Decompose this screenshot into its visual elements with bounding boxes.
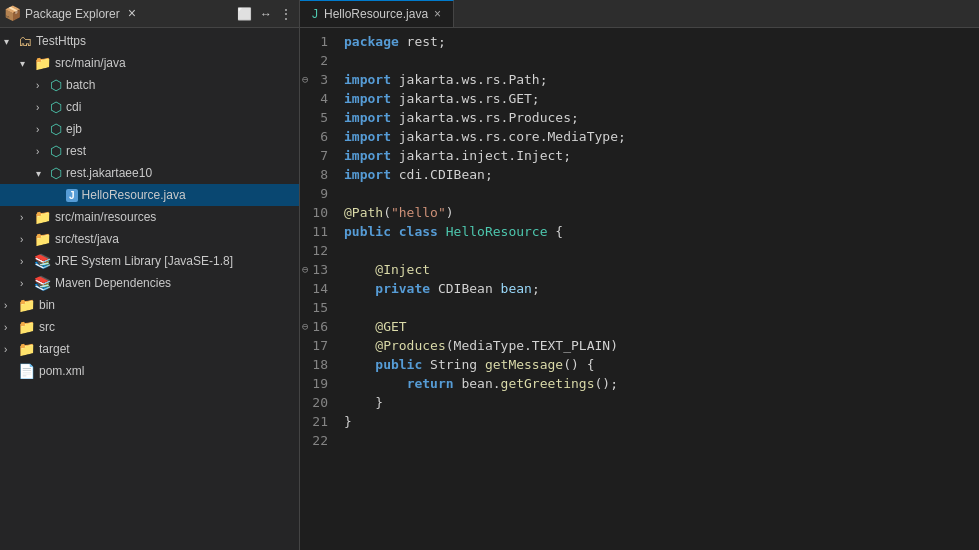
- java-icon: J: [66, 189, 78, 202]
- collapse-all-button[interactable]: ⬜: [234, 5, 255, 23]
- tree-item-src-test-java[interactable]: ›📁src/test/java: [0, 228, 299, 250]
- tree-arrow[interactable]: ▾: [36, 168, 50, 179]
- tab-label: HelloResource.java: [324, 7, 428, 21]
- tree-item-src-main-resources[interactable]: ›📁src/main/resources: [0, 206, 299, 228]
- tree-arrow[interactable]: ›: [36, 146, 50, 157]
- tree-arrow[interactable]: ›: [20, 278, 34, 289]
- tree-arrow[interactable]: ›: [4, 344, 18, 355]
- tab-close-button[interactable]: ×: [434, 7, 441, 21]
- tree-item-rest-jakartaee10[interactable]: ▾⬡rest.jakartaee10: [0, 162, 299, 184]
- line-number-11: 11: [300, 222, 336, 241]
- tree-arrow[interactable]: ›: [20, 212, 34, 223]
- code-line-17: @Produces(MediaType.TEXT_PLAIN): [344, 336, 979, 355]
- line-number-12: 12: [300, 241, 336, 260]
- tree-item-label: src: [39, 320, 55, 334]
- tree-item-testhttps[interactable]: ▾🗂TestHttps: [0, 30, 299, 52]
- code-line-10: @Path("hello"): [344, 203, 979, 222]
- editor-tab-helloresource[interactable]: J HelloResource.java ×: [300, 0, 454, 27]
- tree-item-jre[interactable]: ›📚JRE System Library [JavaSE-1.8]: [0, 250, 299, 272]
- line-number-16: ⊖16: [300, 317, 336, 336]
- folder-icon: 📁: [18, 319, 35, 335]
- tree-item-label: TestHttps: [36, 34, 86, 48]
- line-number-18: 18: [300, 355, 336, 374]
- code-line-3: import jakarta.ws.rs.Path;: [344, 70, 979, 89]
- tree-item-pomxml[interactable]: 📄pom.xml: [0, 360, 299, 382]
- code-line-11: public class HelloResource {: [344, 222, 979, 241]
- panel-title-area: 📦 Package Explorer ×: [4, 4, 140, 24]
- tree-arrow[interactable]: ›: [4, 300, 18, 311]
- tree-item-batch[interactable]: ›⬡batch: [0, 74, 299, 96]
- code-line-4: import jakarta.ws.rs.GET;: [344, 89, 979, 108]
- code-line-5: import jakarta.ws.rs.Produces;: [344, 108, 979, 127]
- collapse-icon[interactable]: ⊖: [302, 73, 309, 86]
- tree-arrow[interactable]: ▾: [4, 36, 18, 47]
- panel-close-button[interactable]: ×: [124, 4, 140, 24]
- collapse-icon[interactable]: ⊖: [302, 320, 309, 333]
- tree-arrow[interactable]: ›: [36, 124, 50, 135]
- link-editor-button[interactable]: ↔: [257, 5, 275, 23]
- tree-item-rest[interactable]: ›⬡rest: [0, 140, 299, 162]
- java-file-icon: J: [312, 7, 318, 21]
- tree-item-src-main-java[interactable]: ▾📁src/main/java: [0, 52, 299, 74]
- package-icon: ⬡: [50, 77, 62, 93]
- tree-item-src[interactable]: ›📁src: [0, 316, 299, 338]
- code-line-6: import jakarta.ws.rs.core.MediaType;: [344, 127, 979, 146]
- tree-item-HelloResource[interactable]: JHelloResource.java: [0, 184, 299, 206]
- tree-arrow[interactable]: ▾: [20, 58, 34, 69]
- code-line-16: @GET: [344, 317, 979, 336]
- tree-view[interactable]: ▾🗂TestHttps▾📁src/main/java›⬡batch›⬡cdi›⬡…: [0, 28, 299, 550]
- code-line-9: [344, 184, 979, 203]
- line-number-4: 4: [300, 89, 336, 108]
- tree-arrow[interactable]: ›: [20, 256, 34, 267]
- line-number-1: 1: [300, 32, 336, 51]
- tree-item-ejb[interactable]: ›⬡ejb: [0, 118, 299, 140]
- view-menu-button[interactable]: ⋮: [277, 5, 295, 23]
- code-line-21: }: [344, 412, 979, 431]
- code-line-1: package rest;: [344, 32, 979, 51]
- line-number-2: 2: [300, 51, 336, 70]
- line-number-9: 9: [300, 184, 336, 203]
- tree-arrow[interactable]: ›: [4, 322, 18, 333]
- tree-item-label: pom.xml: [39, 364, 84, 378]
- left-panel: 📦 Package Explorer × ⬜ ↔ ⋮ ▾🗂TestHttps▾📁…: [0, 0, 300, 550]
- tree-arrow[interactable]: ›: [20, 234, 34, 245]
- line-number-14: 14: [300, 279, 336, 298]
- package-icon: ⬡: [50, 99, 62, 115]
- line-number-15: 15: [300, 298, 336, 317]
- line-number-5: 5: [300, 108, 336, 127]
- tree-item-target[interactable]: ›📁target: [0, 338, 299, 360]
- tree-item-label: src/main/resources: [55, 210, 156, 224]
- tree-item-label: HelloResource.java: [82, 188, 186, 202]
- line-number-6: 6: [300, 127, 336, 146]
- folder-icon: 📁: [34, 209, 51, 225]
- code-line-7: import jakarta.inject.Inject;: [344, 146, 979, 165]
- tree-arrow[interactable]: ›: [36, 102, 50, 113]
- folder-icon: 📁: [34, 55, 51, 71]
- collapse-icon[interactable]: ⊖: [302, 263, 309, 276]
- package-icon: ⬡: [50, 165, 62, 181]
- tree-item-bin[interactable]: ›📁bin: [0, 294, 299, 316]
- line-number-3: ⊖3: [300, 70, 336, 89]
- tree-item-label: JRE System Library [JavaSE-1.8]: [55, 254, 233, 268]
- tree-item-label: cdi: [66, 100, 81, 114]
- code-line-13: @Inject: [344, 260, 979, 279]
- tree-item-cdi[interactable]: ›⬡cdi: [0, 96, 299, 118]
- code-line-18: public String getMessage() {: [344, 355, 979, 374]
- code-line-14: private CDIBean bean;: [344, 279, 979, 298]
- panel-actions: ⬜ ↔ ⋮: [234, 5, 295, 23]
- tree-arrow[interactable]: ›: [36, 80, 50, 91]
- tree-item-maven[interactable]: ›📚Maven Dependencies: [0, 272, 299, 294]
- folder-icon: 📁: [34, 231, 51, 247]
- tree-item-label: rest: [66, 144, 86, 158]
- editor-area[interactable]: 12⊖3456789101112⊖131415⊖16171819202122 p…: [300, 28, 979, 550]
- line-number-22: 22: [300, 431, 336, 450]
- tree-item-label: src/test/java: [55, 232, 119, 246]
- line-numbers: 12⊖3456789101112⊖131415⊖16171819202122: [300, 28, 336, 550]
- editor-tab-bar: J HelloResource.java ×: [300, 0, 979, 28]
- code-content: package rest; import jakarta.ws.rs.Path;…: [336, 28, 979, 550]
- project-icon: 🗂: [18, 33, 32, 49]
- code-line-2: [344, 51, 979, 70]
- tree-item-label: batch: [66, 78, 95, 92]
- jar-icon: 📚: [34, 253, 51, 269]
- line-number-10: 10: [300, 203, 336, 222]
